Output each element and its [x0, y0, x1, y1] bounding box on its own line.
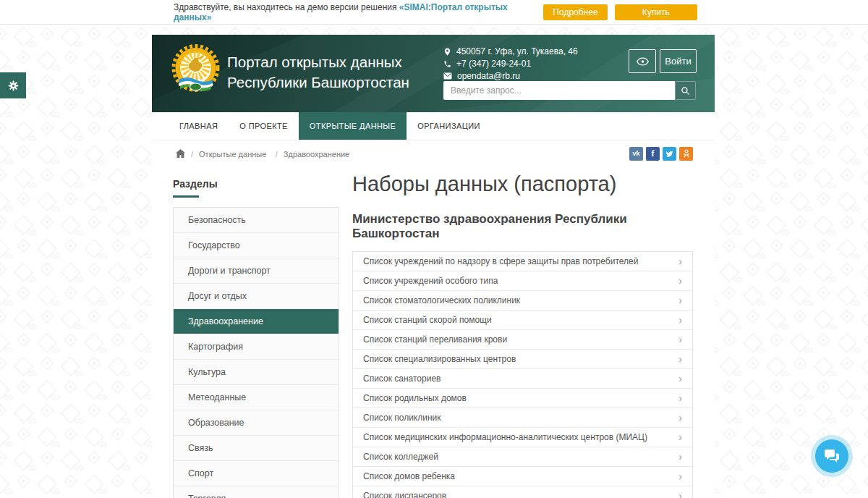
details-button[interactable]: Подробнее: [543, 4, 607, 20]
chevron-right-icon: ›: [678, 315, 682, 325]
dataset-title: Список поликлиник: [363, 413, 441, 423]
home-icon: [176, 149, 185, 158]
site-title: Портал открытых данных Республики Башкор…: [227, 52, 409, 93]
dataset-row[interactable]: Список медицинских информационно-аналити…: [353, 428, 692, 447]
chevron-right-icon: ›: [678, 295, 682, 305]
breadcrumb-item[interactable]: Здравоохранение: [270, 150, 349, 159]
dataset-row[interactable]: Список родильных домов ›: [353, 389, 692, 408]
chat-widget-button[interactable]: [815, 439, 848, 473]
sidebar-category[interactable]: Образование: [174, 410, 339, 436]
breadcrumb: Открытые данные Здравоохранение: [185, 147, 349, 160]
dataset-title: Список специализированных центров: [363, 354, 516, 364]
chevron-right-icon: ›: [678, 334, 682, 345]
sidebar-category[interactable]: Культура: [174, 360, 339, 385]
nav-tab[interactable]: О ПРОЕКТЕ: [229, 112, 299, 140]
sidebar-category[interactable]: Торговля: [174, 486, 339, 498]
accessibility-version-button[interactable]: [629, 49, 656, 73]
nav-tab[interactable]: ОТКРЫТЫЕ ДАННЫЕ: [299, 112, 407, 140]
sidebar-category-list: Безопасность Государство Дороги и трансп…: [173, 207, 339, 498]
twitter-icon[interactable]: [663, 147, 676, 161]
chevron-right-icon: ›: [678, 452, 682, 462]
dataset-title: Список родильных домов: [363, 393, 467, 403]
chevron-right-icon: ›: [678, 491, 682, 498]
chevron-right-icon: ›: [678, 256, 682, 266]
vk-icon[interactable]: vk: [629, 147, 643, 161]
dataset-title: Список стоматологических поликлиник: [363, 295, 520, 305]
sections-sidebar: Разделы Безопасность Государство Дороги …: [173, 178, 339, 498]
sidebar-category[interactable]: Безопасность: [174, 208, 339, 233]
home-breadcrumb-link[interactable]: [176, 149, 185, 158]
dataset-row[interactable]: Список станций переливания крови ›: [353, 330, 692, 350]
mail-icon: [443, 72, 452, 80]
organization-title: Министерство здравоохранения Республики …: [352, 212, 693, 241]
search-input[interactable]: [443, 81, 675, 100]
breadcrumb-item[interactable]: Открытые данные: [185, 150, 266, 159]
social-share-buttons: vk f: [629, 147, 693, 161]
gear-icon: [7, 79, 20, 93]
chevron-right-icon: ›: [678, 354, 682, 364]
phone-text: +7 (347) 249-24-01: [456, 59, 531, 69]
sidebar-category[interactable]: Здравоохранение: [174, 309, 339, 334]
site-title-line2: Республики Башкортостан: [227, 72, 409, 93]
demo-banner: Здравствуйте, вы находитесь на демо верс…: [0, 0, 868, 25]
chevron-right-icon: ›: [678, 413, 682, 423]
datasets-main: Наборы данных (паспорта) Министерство зд…: [352, 166, 693, 498]
search-icon: [681, 86, 690, 96]
breadcrumb-bar: Открытые данные Здравоохранение vk f: [152, 140, 715, 166]
content-area: Разделы Безопасность Государство Дороги …: [152, 166, 715, 498]
site-title-line1: Портал открытых данных: [227, 52, 409, 72]
site-header: Портал открытых данных Республики Башкор…: [152, 35, 715, 112]
sidebar-category[interactable]: Метеоданные: [174, 385, 339, 410]
dataset-row[interactable]: Список стоматологических поликлиник ›: [353, 291, 692, 311]
dataset-title: Список станций скорой помощи: [363, 315, 492, 325]
sidebar-title: Разделы: [173, 178, 339, 190]
nav-tab[interactable]: ОРГАНИЗАЦИИ: [407, 112, 491, 140]
sidebar-title-underline: [173, 195, 199, 198]
chevron-right-icon: ›: [678, 393, 682, 403]
dataset-list: Список учреждений по надзору в сфере защ…: [352, 251, 693, 498]
header-contacts: 450057 г. Уфа, ул. Тукаева, 46 +7 (347) …: [443, 46, 578, 83]
chevron-right-icon: ›: [678, 432, 682, 442]
address-text: 450057 г. Уфа, ул. Тукаева, 46: [456, 46, 578, 56]
demo-actions: Подробнее Купить решение: [543, 4, 697, 20]
dataset-title: Список диспансеров: [363, 491, 446, 498]
dataset-row[interactable]: Список станций скорой помощи ›: [353, 311, 692, 330]
dataset-row[interactable]: Список диспансеров ›: [353, 486, 692, 498]
bashkortostan-emblem-logo: [171, 42, 220, 104]
location-pin-icon: [443, 47, 451, 56]
dataset-title: Список домов ребенка: [363, 471, 455, 481]
accessibility-settings-button[interactable]: [0, 72, 26, 98]
dataset-row[interactable]: Список учреждений по надзору в сфере защ…: [353, 252, 692, 271]
dataset-title: Список колледжей: [363, 452, 438, 462]
eye-icon: [637, 57, 649, 66]
ok-person-icon: [683, 149, 690, 159]
odnoklassniki-icon[interactable]: [679, 147, 693, 161]
sidebar-category[interactable]: Картография: [174, 334, 339, 360]
dataset-title: Список учреждений по надзору в сфере защ…: [363, 256, 638, 266]
nav-tab[interactable]: ГЛАВНАЯ: [169, 112, 229, 140]
demo-greeting-text: Здравствуйте, вы находитесь на демо верс…: [174, 2, 396, 12]
dataset-row[interactable]: Список санаториев ›: [353, 369, 692, 389]
dataset-row[interactable]: Список учреждений особого типа ›: [353, 271, 692, 291]
dataset-row[interactable]: Список поликлиник ›: [353, 408, 692, 428]
dataset-title: Список санаториев: [363, 374, 441, 384]
email-text: opendata@rb.ru: [457, 71, 520, 81]
facebook-icon[interactable]: f: [646, 147, 660, 161]
dataset-row[interactable]: Список специализированных центров ›: [353, 350, 692, 369]
dataset-title: Список медицинских информационно-аналити…: [363, 432, 647, 442]
demo-message: Здравствуйте, вы находитесь на демо верс…: [174, 2, 543, 22]
phone-icon: [443, 60, 451, 68]
dataset-row[interactable]: Список домов ребенка ›: [353, 467, 692, 486]
sidebar-category[interactable]: Досуг и отдых: [174, 284, 339, 309]
chevron-right-icon: ›: [678, 374, 682, 384]
dataset-title: Список станций переливания крови: [363, 334, 507, 345]
buy-solution-button[interactable]: Купить решение: [615, 4, 697, 20]
chat-icon: [823, 448, 841, 464]
sidebar-category[interactable]: Государство: [174, 233, 339, 258]
login-button[interactable]: Войти: [660, 49, 697, 73]
sidebar-category[interactable]: Спорт: [174, 461, 339, 486]
sidebar-category[interactable]: Дороги и транспорт: [174, 258, 339, 284]
search-button[interactable]: [675, 81, 696, 100]
dataset-row[interactable]: Список колледжей ›: [353, 447, 692, 467]
sidebar-category[interactable]: Связь: [174, 436, 339, 461]
